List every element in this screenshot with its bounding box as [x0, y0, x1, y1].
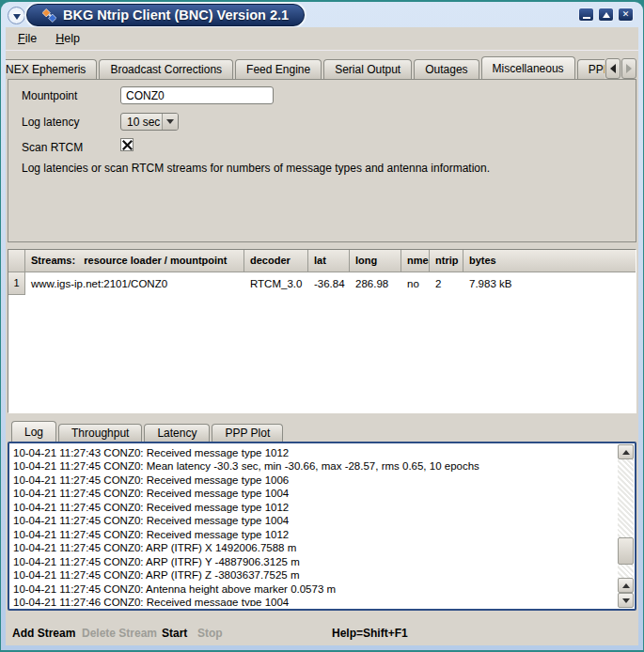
- log-vertical-scrollbar[interactable]: [618, 444, 634, 608]
- column-header-decoder[interactable]: decoder: [244, 250, 308, 272]
- column-header-lat[interactable]: lat: [308, 250, 350, 272]
- minimize-icon: [583, 17, 590, 19]
- log-line: 10-04-21 11:27:46 CONZ0: Received messag…: [13, 596, 615, 606]
- main-tabbar: NEX Ephemeris Broadcast Corrections Feed…: [6, 56, 605, 79]
- log-line: 10-04-21 11:27:45 CONZ0: Received messag…: [13, 501, 615, 514]
- cell-nmea[interactable]: no: [401, 272, 430, 295]
- cell-long[interactable]: 286.98: [350, 272, 401, 295]
- log-latency-select[interactable]: 10 sec: [120, 113, 179, 131]
- cell-ntrip[interactable]: 2: [430, 272, 463, 295]
- arrow-left-icon: [610, 64, 616, 73]
- checkmark-x-icon: [122, 140, 133, 150]
- scan-rtcm-label: Scan RTCM: [22, 141, 83, 154]
- log-latency-value: 10 sec: [121, 116, 162, 129]
- bnc-app-icon: [42, 8, 56, 23]
- column-header-bytes[interactable]: bytes: [463, 250, 636, 272]
- cell-mountpoint[interactable]: www.igs-ip.net:2101/CONZ0: [25, 272, 244, 295]
- title-pill: BKG Ntrip Client (BNC) Version 2.1: [26, 4, 305, 26]
- tab-throughput[interactable]: Throughput: [58, 424, 142, 442]
- column-header-long[interactable]: long: [350, 250, 401, 272]
- add-stream-button[interactable]: Add Stream: [12, 627, 75, 640]
- action-bar: Add Stream Delete Stream Start Stop Help…: [6, 625, 638, 644]
- table-header-row: Streams: resource loader / mountpoint de…: [8, 250, 636, 272]
- scrollbar-thumb[interactable]: [618, 537, 634, 565]
- tab-ppp-client[interactable]: PPP Client: [577, 59, 605, 79]
- tab-broadcast-corrections[interactable]: Broadcast Corrections: [99, 59, 233, 79]
- log-line: 10-04-21 11:27:45 CONZ0: Received messag…: [13, 528, 615, 541]
- log-line: 10-04-21 11:27:45 CONZ0: Received messag…: [13, 514, 615, 527]
- arrow-right-icon: [626, 64, 632, 73]
- menu-file[interactable]: File: [18, 32, 37, 45]
- scan-rtcm-checkbox[interactable]: [120, 138, 134, 151]
- arrow-up-icon: [622, 583, 630, 588]
- tab-outages[interactable]: Outages: [414, 59, 479, 79]
- close-button[interactable]: ✕: [618, 8, 634, 22]
- maximize-button[interactable]: [598, 8, 614, 22]
- cell-decoder[interactable]: RTCM_3.0: [244, 272, 308, 295]
- log-line: 10-04-21 11:27:45 CONZ0: Received messag…: [13, 487, 615, 500]
- tab-log[interactable]: Log: [11, 421, 56, 442]
- cell-lat[interactable]: -36.84: [308, 272, 350, 295]
- column-header-nmea[interactable]: nmea: [401, 250, 430, 272]
- cell-bytes[interactable]: 7.983 kB: [463, 272, 636, 295]
- scrollbar-up-button[interactable]: [618, 444, 634, 459]
- scrollbar-down-button[interactable]: [618, 593, 634, 608]
- bottom-tabbar: Log Throughput Latency PPP Plot: [11, 421, 285, 442]
- log-line: 10-04-21 11:27:45 CONZ0: ARP (ITRF) Y -4…: [13, 555, 615, 568]
- log-latency-label: Log latency: [22, 116, 79, 129]
- maximize-icon: [603, 12, 610, 18]
- log-line: 10-04-21 11:27:45 CONZ0: ARP (ITRF) Z -3…: [13, 568, 615, 582]
- tab-miscellaneous[interactable]: Miscellaneous: [481, 56, 575, 79]
- table-row[interactable]: 1 www.igs-ip.net:2101/CONZ0 RTCM_3.0 -36…: [8, 272, 636, 295]
- menu-help[interactable]: Help: [55, 32, 80, 45]
- mountpoint-label: Mountpoint: [22, 89, 77, 102]
- log-line: 10-04-21 11:27:45 CONZ0: Received messag…: [13, 473, 615, 487]
- tab-latency[interactable]: Latency: [144, 424, 210, 442]
- arrow-down-icon: [622, 598, 630, 603]
- titlebar[interactable]: BKG Ntrip Client (BNC) Version 2.1 ✕: [5, 3, 639, 28]
- panel-description: Log latencies or scan RTCM streams for n…: [22, 162, 622, 175]
- help-shortcut-label: Help=Shift+F1: [332, 627, 408, 640]
- column-header-ntrip[interactable]: ntrip: [430, 250, 463, 272]
- combo-dropdown-button[interactable]: [162, 114, 178, 130]
- streams-table: Streams: resource loader / mountpoint de…: [8, 249, 636, 413]
- close-icon: ✕: [622, 10, 630, 19]
- table-corner-cell: [8, 250, 25, 272]
- tab-ppp-plot[interactable]: PPP Plot: [212, 424, 283, 442]
- tab-serial-output[interactable]: Serial Output: [323, 59, 412, 79]
- log-line: 10-04-21 11:27:43 CONZ0: Received messag…: [13, 446, 615, 459]
- miscellaneous-panel: Mountpoint Log latency 10 sec Scan RTCM …: [8, 79, 636, 242]
- log-view[interactable]: 10-04-21 11:27:43 CONZ0: Received messag…: [8, 442, 636, 611]
- client-area: File Help NEX Ephemeris Broadcast Correc…: [6, 27, 638, 645]
- bnc-application-window: BKG Ntrip Client (BNC) Version 2.1 ✕ Fil…: [0, 0, 644, 652]
- menubar: File Help: [6, 27, 638, 51]
- minimize-button[interactable]: [578, 8, 594, 22]
- tab-rinex-ephemeris[interactable]: NEX Ephemeris: [6, 59, 97, 79]
- mountpoint-input[interactable]: [120, 86, 274, 104]
- stop-button[interactable]: Stop: [197, 627, 223, 640]
- window-frame: BKG Ntrip Client (BNC) Version 2.1 ✕ Fil…: [1, 2, 643, 650]
- log-text: 10-04-21 11:27:43 CONZ0: Received messag…: [13, 446, 615, 606]
- log-line: 10-04-21 11:27:45 CONZ0: ARP (ITRF) X 14…: [13, 541, 615, 554]
- chevron-down-icon: [166, 119, 174, 124]
- delete-stream-button[interactable]: Delete Stream: [82, 627, 157, 640]
- window-title: BKG Ntrip Client (BNC) Version 2.1: [63, 8, 289, 23]
- log-line: 10-04-21 11:27:45 CONZ0: Antenna height …: [13, 582, 615, 596]
- start-button[interactable]: Start: [162, 627, 187, 640]
- window-menu-button[interactable]: [8, 7, 25, 24]
- chevron-down-icon: [13, 14, 21, 20]
- tab-scroll-right-button[interactable]: [621, 58, 636, 79]
- arrow-up-icon: [622, 450, 630, 455]
- log-line: 10-04-21 11:27:45 CONZ0: Mean latency -3…: [13, 459, 615, 473]
- tab-scroll-left-button[interactable]: [605, 58, 620, 79]
- column-header-streams[interactable]: Streams: resource loader / mountpoint: [25, 250, 244, 272]
- scrollbar-up-button-2[interactable]: [618, 578, 634, 593]
- row-number-cell[interactable]: 1: [8, 272, 25, 295]
- tab-feed-engine[interactable]: Feed Engine: [235, 59, 322, 79]
